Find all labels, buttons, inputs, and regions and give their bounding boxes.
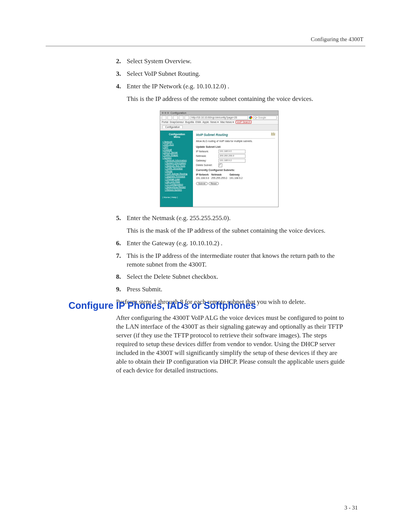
section-body: After configuring the 4300T VoIP ALG the… — [116, 314, 346, 375]
sidebar-item-change-logo[interactable]: Change Logo — [162, 178, 191, 180]
config-sidebar: ConfigurationMenu Network VoIP ALG NAT F… — [160, 131, 193, 207]
search-engine-icon — [249, 116, 252, 119]
step-5-note: This is the mask of the IP address of th… — [127, 227, 346, 235]
sidebar-item-upgrade-firmware[interactable]: Upgrade Firmware — [162, 175, 191, 177]
sidebar-item-traffic-simulator[interactable]: Traffic Simulator — [162, 167, 191, 169]
sidebar-item-nat[interactable]: NAT — [162, 146, 191, 148]
embedded-screenshot: Configuration http://10.10.10.60/cgi-bin… — [160, 110, 279, 207]
sidebar-item-firewall[interactable]: Firewall — [162, 149, 191, 151]
step-7: 7.This is the IP address of the intermed… — [116, 252, 346, 269]
url-bar[interactable]: http://10.10.10.60/cgi-bin/config?page=2… — [190, 116, 248, 120]
sidebar-item-networking-restart[interactable]: Networking Restart — [162, 186, 191, 188]
sidebar-item-t1-configuration[interactable]: T1 Configuration — [162, 183, 191, 185]
panel-description: Allow ALG routing of VoIP data for multi… — [196, 140, 275, 142]
search-box[interactable]: Q• Google — [253, 116, 277, 120]
ip-network-input[interactable]: 191.168.9.0 — [218, 150, 245, 153]
sidebar-item-voip-alg[interactable]: VoIP ALG — [162, 143, 191, 145]
sidebar-item-system[interactable]: System — [162, 157, 191, 159]
home-button[interactable] — [185, 116, 189, 120]
step-3: 3.Select VoIP Subnet Routing. — [116, 70, 346, 78]
step-2: 2.Select System Overview. — [116, 57, 346, 66]
update-subnet-heading: Update Subnet List: — [196, 145, 275, 148]
back-button[interactable] — [162, 116, 166, 120]
sidebar-item-route[interactable]: Route — [162, 170, 191, 172]
page-number: 3 - 31 — [344, 505, 358, 511]
sidebar-item-set-link-rate[interactable]: Set Link Rate — [162, 181, 191, 183]
tab-configuration[interactable]: Configuration — [162, 125, 183, 128]
submit-button[interactable]: Submit — [196, 182, 208, 185]
running-header: Configuring the 4300T — [311, 36, 363, 43]
header-rule — [46, 46, 365, 46]
step-4-note: This is the IP address of the remote sub… — [127, 95, 346, 104]
step-8: 8.Select the Delete Subnet checkbox. — [116, 273, 346, 281]
reload-button[interactable] — [173, 116, 178, 120]
step-6: 6.Enter the Gateway (e.g. 10.10.10.2) . — [116, 239, 346, 248]
reset-button[interactable]: Reset — [209, 182, 219, 185]
step-5: 5.Enter the Netmask (e.g. 255.255.255.0)… — [116, 214, 346, 223]
forward-button[interactable] — [167, 116, 172, 120]
sidebar-item-network[interactable]: Network — [162, 141, 191, 143]
info-link[interactable]: Info — [271, 132, 275, 135]
sidebar-item-network-information[interactable]: Network Information — [162, 159, 191, 161]
bookmarks-bar: Portal SnapGeneur Bugzilla EWA Apple New… — [160, 120, 278, 125]
sidebar-item-dhcp-server[interactable]: DHCP Server — [162, 151, 191, 153]
panel-title: VoIP Subnet Routing — [196, 133, 275, 139]
section-heading: Configure IP Phones, IADs or Softphones — [68, 300, 256, 311]
sidebar-footer-links[interactable]: | Home | Help | — [162, 196, 191, 198]
delete-subnet-checkbox[interactable] — [218, 163, 222, 167]
window-titlebar: Configuration — [160, 111, 278, 115]
gateway-label: Gateway: — [196, 159, 217, 162]
browser-toolbar: http://10.10.10.60/cgi-bin/config?page=2… — [160, 115, 278, 120]
netmask-input[interactable]: 255.255.255.0 — [218, 154, 245, 158]
subnets-table: IP Network Netmask Gateway 191.168.9.0 2… — [196, 173, 245, 180]
step-4: 4.Enter the IP Network (e.g. 10.10.12.0)… — [116, 82, 346, 91]
delete-subnet-label: Delete Subnet: — [196, 164, 217, 166]
sidebar-item-network-test-tools[interactable]: Network Test Tools — [162, 165, 191, 167]
tab-bar: Configuration — [160, 125, 278, 131]
stop-button[interactable] — [179, 116, 183, 120]
ip-network-label: IP Network: — [196, 150, 217, 153]
configured-subnets-heading: Currently Configured Subnets: — [196, 169, 275, 171]
config-main-panel: Info VoIP Subnet Routing Allow ALG routi… — [193, 131, 278, 207]
netmask-label: Netmask: — [196, 155, 217, 157]
sidebar-item-system-information[interactable]: System Information — [162, 162, 191, 164]
sidebar-item-voip-subnet-routing[interactable]: VoIP Subnet Routing — [162, 173, 191, 175]
sidebar-item-traffic-shaper[interactable]: Traffic Shaper — [162, 154, 191, 156]
sidebar-item-reboot-system[interactable]: Reboot System — [162, 189, 191, 191]
gateway-input[interactable]: 191.168.9.2 — [218, 159, 245, 163]
step-9: 9.Press Submit. — [116, 285, 346, 294]
table-row: 191.168.9.0 255.255.255.0 191.168.9.2 — [196, 176, 245, 180]
